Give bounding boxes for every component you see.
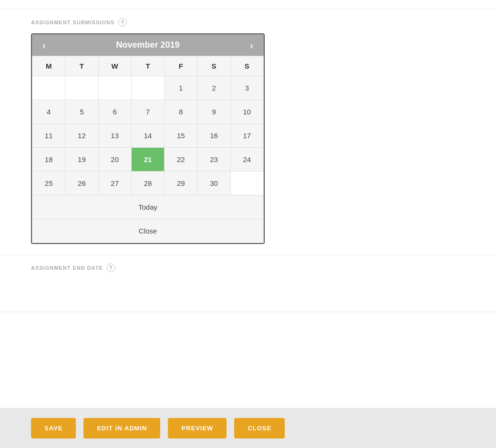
calendar-day-cell[interactable]: 26: [65, 172, 98, 195]
calendar-day-cell[interactable]: 6: [98, 100, 131, 124]
calendar-day-header: F: [165, 56, 197, 76]
calendar-day-cell[interactable]: 15: [165, 124, 197, 148]
calendar-day-cell: [230, 172, 263, 195]
calendar-day-header: T: [65, 56, 98, 76]
save-button[interactable]: SAVE: [31, 418, 76, 438]
calendar-day-cell[interactable]: 28: [131, 172, 164, 195]
calendar-widget: ‹ November 2019 › MTWTFSS 12345678910111…: [31, 33, 265, 244]
bottom-toolbar: SAVE EDIT IN ADMIN PREVIEW CLOSE: [0, 408, 496, 448]
calendar-day-cell[interactable]: 7: [131, 100, 164, 124]
calendar-day-cell[interactable]: 25: [32, 172, 65, 195]
calendar-day-header: M: [32, 56, 65, 76]
preview-button[interactable]: PREVIEW: [168, 418, 227, 438]
calendar-day-cell[interactable]: 9: [197, 100, 230, 124]
calendar-day-cell[interactable]: 20: [98, 148, 131, 172]
calendar-day-cell[interactable]: 5: [65, 100, 98, 124]
calendar-day-cell[interactable]: 30: [197, 172, 230, 195]
calendar-day-cell[interactable]: 21: [131, 148, 164, 172]
assignment-end-date-section: ASSIGNMENT END DATE ?: [0, 255, 496, 312]
calendar-week-row: 252627282930: [32, 172, 264, 195]
calendar-week-row: 18192021222324: [32, 148, 264, 172]
assignment-submissions-help-icon[interactable]: ?: [118, 18, 127, 27]
calendar-day-header: T: [131, 56, 164, 76]
calendar-header: ‹ November 2019 ›: [32, 34, 264, 56]
assignment-end-date-text: ASSIGNMENT END DATE: [31, 265, 103, 271]
calendar-day-cell[interactable]: 22: [165, 148, 197, 172]
calendar-day-cell[interactable]: 29: [165, 172, 197, 195]
calendar-next-button[interactable]: ›: [247, 41, 256, 50]
calendar-grid: MTWTFSS 12345678910111213141516171819202…: [32, 56, 264, 243]
calendar-day-cell: [131, 76, 164, 100]
assignment-submissions-section: ASSIGNMENT SUBMISSIONS ? ‹ November 2019…: [0, 10, 496, 255]
calendar-day-cell[interactable]: 13: [98, 124, 131, 148]
calendar-day-cell: [65, 76, 98, 100]
calendar-day-cell: [32, 76, 65, 100]
calendar-close-row: Close: [32, 219, 264, 243]
calendar-days-header-row: MTWTFSS: [32, 56, 264, 76]
calendar-close-button[interactable]: Close: [32, 219, 264, 243]
calendar-day-cell[interactable]: 4: [32, 100, 65, 124]
calendar-day-cell[interactable]: 27: [98, 172, 131, 195]
assignment-end-date-help-icon[interactable]: ?: [107, 264, 115, 272]
calendar-month-year: November 2019: [116, 40, 179, 50]
calendar-day-cell[interactable]: 18: [32, 148, 65, 172]
close-button[interactable]: CLOSE: [234, 418, 285, 438]
calendar-day-cell[interactable]: 8: [165, 100, 197, 124]
calendar-day-header: W: [98, 56, 131, 76]
calendar-day-cell[interactable]: 11: [32, 124, 65, 148]
calendar-prev-button[interactable]: ‹: [40, 41, 49, 50]
calendar-day-cell[interactable]: 24: [230, 148, 263, 172]
calendar-week-row: 45678910: [32, 100, 264, 124]
calendar-day-cell: [98, 76, 131, 100]
calendar-day-cell[interactable]: 19: [65, 148, 98, 172]
calendar-week-row: 11121314151617: [32, 124, 264, 148]
calendar-day-cell[interactable]: 23: [197, 148, 230, 172]
calendar-today-button[interactable]: Today: [32, 195, 264, 219]
calendar-day-cell[interactable]: 17: [230, 124, 263, 148]
assignment-submissions-label: ASSIGNMENT SUBMISSIONS ?: [31, 18, 465, 27]
calendar-day-header: S: [197, 56, 230, 76]
calendar-day-cell[interactable]: 10: [230, 100, 263, 124]
edit-in-admin-button[interactable]: EDIT IN ADMIN: [83, 418, 160, 438]
calendar-today-row: Today: [32, 195, 264, 219]
calendar-day-cell[interactable]: 14: [131, 124, 164, 148]
assignment-submissions-text: ASSIGNMENT SUBMISSIONS: [31, 20, 114, 25]
calendar-day-cell[interactable]: 12: [65, 124, 98, 148]
calendar-day-cell[interactable]: 3: [230, 76, 263, 100]
calendar-day-header: S: [230, 56, 263, 76]
calendar-day-cell[interactable]: 2: [197, 76, 230, 100]
calendar-day-cell[interactable]: 16: [197, 124, 230, 148]
assignment-end-date-label: ASSIGNMENT END DATE ?: [31, 264, 465, 272]
calendar-week-row: 123: [32, 76, 264, 100]
calendar-day-cell[interactable]: 1: [165, 76, 197, 100]
